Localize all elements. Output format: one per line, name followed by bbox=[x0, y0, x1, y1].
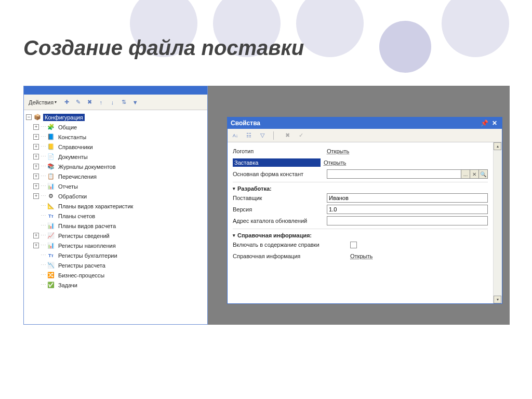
tree-item[interactable]: ⋯🔀Бизнес-процессы bbox=[26, 270, 205, 280]
version-input[interactable] bbox=[327, 205, 488, 214]
decor-circle bbox=[379, 21, 431, 73]
tree-item[interactable]: ⋯ТтРегистры бухгалтерии bbox=[26, 250, 205, 260]
properties-window: Свойства 📌 ✕ A↓ ☷ ▽ ✖ ✓ Логотип Открыть bbox=[227, 117, 502, 304]
tree-item-label: Планы счетов bbox=[57, 212, 97, 220]
vendor-input[interactable] bbox=[327, 193, 488, 203]
tree-root[interactable]: − 📦 Конфигурация bbox=[26, 112, 205, 122]
tree-item-label: Документы bbox=[57, 153, 89, 161]
decor-circle bbox=[442, 0, 509, 57]
tree-item[interactable]: ⋯📐Планы видов характеристик bbox=[26, 201, 205, 211]
config-icon: 📦 bbox=[33, 113, 42, 121]
config-titlebar bbox=[24, 86, 207, 95]
properties-title: Свойства bbox=[231, 119, 478, 127]
close-icon[interactable]: ✕ bbox=[490, 119, 499, 127]
open-link[interactable]: Открыть bbox=[327, 148, 349, 154]
tree-item-label: Регистры расчета bbox=[57, 262, 107, 269]
ellipsis-button[interactable]: ... bbox=[461, 169, 470, 179]
prop-label: Логотип bbox=[233, 148, 324, 154]
config-tree[interactable]: − 📦 Конфигурация +⋯🧩Общие +⋯📘Константы +… bbox=[24, 110, 207, 324]
prop-label: Включать в содержание справки bbox=[233, 242, 347, 248]
section-development[interactable]: ▾ Разработка: bbox=[233, 182, 488, 192]
filter-icon[interactable]: ▼ bbox=[131, 98, 139, 107]
expand-icon[interactable]: + bbox=[33, 154, 39, 159]
prop-row-helpinfo[interactable]: Справочная информация Открыть bbox=[233, 250, 488, 262]
tree-item-label: Константы bbox=[57, 134, 88, 141]
update-url-input[interactable] bbox=[327, 216, 488, 225]
config-toolbar: Действия ▾ ✚ ✎ ✖ ↑ ↓ ⇅ ▼ bbox=[24, 95, 207, 110]
tree-item[interactable]: +⋯⚙Обработки bbox=[26, 191, 205, 201]
collapse-icon[interactable]: − bbox=[26, 114, 32, 120]
apply-icon[interactable]: ✓ bbox=[296, 131, 305, 140]
prop-row-version[interactable]: Версия bbox=[233, 204, 488, 215]
prop-row-mainform[interactable]: Основная форма констант ... ✕ 🔍 bbox=[233, 168, 488, 180]
section-helpinfo[interactable]: ▾ Справочная информация: bbox=[233, 229, 488, 239]
expand-icon[interactable]: + bbox=[33, 233, 39, 238]
lookup-button[interactable]: 🔍 bbox=[478, 169, 488, 179]
cancel-icon[interactable]: ✖ bbox=[283, 131, 292, 140]
moveup-icon[interactable]: ↑ bbox=[97, 98, 105, 107]
tree-item[interactable]: ⋯📉Регистры расчета bbox=[26, 260, 205, 270]
sort-az-icon[interactable]: A↓ bbox=[231, 131, 240, 140]
section-label: Справочная информация: bbox=[237, 232, 312, 238]
delete-icon[interactable]: ✖ bbox=[85, 98, 94, 107]
tree-item-label: Регистры накопления bbox=[57, 242, 117, 249]
screenshot-area: Действия ▾ ✚ ✎ ✖ ↑ ↓ ⇅ ▼ − 📦 Конфигураци… bbox=[23, 86, 510, 325]
prop-row-splash[interactable]: Заставка Открыть bbox=[233, 157, 488, 168]
tree-item[interactable]: ⋯📊Планы видов расчета bbox=[26, 221, 205, 231]
tree-item-label: Общие bbox=[57, 124, 78, 131]
properties-toolbar: A↓ ☷ ▽ ✖ ✓ bbox=[228, 129, 502, 142]
tree-item[interactable]: +⋯🧩Общие bbox=[26, 122, 205, 132]
filter-icon[interactable]: ▽ bbox=[258, 131, 267, 140]
prop-row-logo[interactable]: Логотип Открыть bbox=[233, 145, 488, 157]
edit-icon[interactable]: ✎ bbox=[74, 98, 82, 107]
expand-icon[interactable]: + bbox=[33, 174, 39, 179]
prop-label: Адрес каталога обновлений bbox=[233, 218, 324, 224]
decor-circle bbox=[296, 0, 364, 57]
expand-icon[interactable]: + bbox=[33, 134, 39, 140]
expand-icon[interactable]: + bbox=[33, 164, 39, 169]
prop-row-vendor[interactable]: Поставщик bbox=[233, 192, 488, 204]
collapse-icon: ▾ bbox=[233, 186, 235, 191]
scroll-up-icon[interactable]: ▴ bbox=[494, 142, 501, 150]
actions-menu[interactable]: Действия ▾ bbox=[26, 98, 59, 107]
section-label: Разработка: bbox=[237, 185, 272, 192]
scroll-down-icon[interactable]: ▾ bbox=[494, 296, 501, 303]
open-link[interactable]: Открыть bbox=[350, 253, 373, 259]
expand-icon[interactable]: + bbox=[33, 243, 39, 248]
include-help-checkbox[interactable] bbox=[350, 242, 357, 248]
movedown-icon[interactable]: ↓ bbox=[108, 98, 116, 107]
tree-item[interactable]: +⋯📊Регистры накопления bbox=[26, 241, 205, 250]
expand-icon[interactable]: + bbox=[33, 124, 39, 130]
tree-item[interactable]: +⋯📊Отчеты bbox=[26, 181, 205, 191]
prop-label: Версия bbox=[233, 206, 324, 212]
tree-item[interactable]: +⋯📘Константы bbox=[26, 132, 205, 142]
tree-item[interactable]: ⋯ТтПланы счетов bbox=[26, 211, 205, 221]
tree-item[interactable]: +⋯📒Справочники bbox=[26, 142, 205, 152]
tree-item[interactable]: +⋯📋Перечисления bbox=[26, 171, 205, 181]
tree-item[interactable]: ⋯✅Задачи bbox=[26, 280, 205, 290]
categorize-icon[interactable]: ☷ bbox=[244, 131, 254, 140]
collapse-icon: ▾ bbox=[233, 233, 235, 238]
prop-row-update-url[interactable]: Адрес каталога обновлений bbox=[233, 215, 488, 227]
tree-item-label: Обработки bbox=[57, 193, 88, 200]
expand-icon[interactable]: + bbox=[33, 144, 39, 150]
pin-icon[interactable]: 📌 bbox=[480, 119, 488, 127]
prop-label: Поставщик bbox=[233, 195, 324, 201]
scrollbar[interactable]: ▴ ▾ bbox=[493, 142, 502, 303]
sort-icon[interactable]: ⇅ bbox=[119, 98, 128, 107]
mainform-input[interactable] bbox=[327, 169, 461, 179]
clear-button[interactable]: ✕ bbox=[470, 169, 479, 179]
tree-item-label: Планы видов характеристик bbox=[57, 203, 135, 210]
expand-icon[interactable]: + bbox=[33, 183, 39, 189]
tree-item[interactable]: +⋯📈Регистры сведений bbox=[26, 231, 205, 241]
prop-label: Основная форма констант bbox=[233, 171, 324, 177]
tree-item-label: Задачи bbox=[57, 282, 79, 289]
properties-titlebar[interactable]: Свойства 📌 ✕ bbox=[228, 117, 502, 129]
tree-item[interactable]: +⋯📚Журналы документов bbox=[26, 162, 205, 171]
prop-row-include-help[interactable]: Включать в содержание справки bbox=[233, 239, 488, 250]
open-link[interactable]: Открыть bbox=[324, 159, 346, 166]
add-icon[interactable]: ✚ bbox=[62, 98, 71, 107]
tree-item[interactable]: +⋯📄Документы bbox=[26, 152, 205, 162]
expand-icon[interactable]: + bbox=[33, 193, 39, 199]
tree-item-label: Справочники bbox=[57, 143, 95, 151]
